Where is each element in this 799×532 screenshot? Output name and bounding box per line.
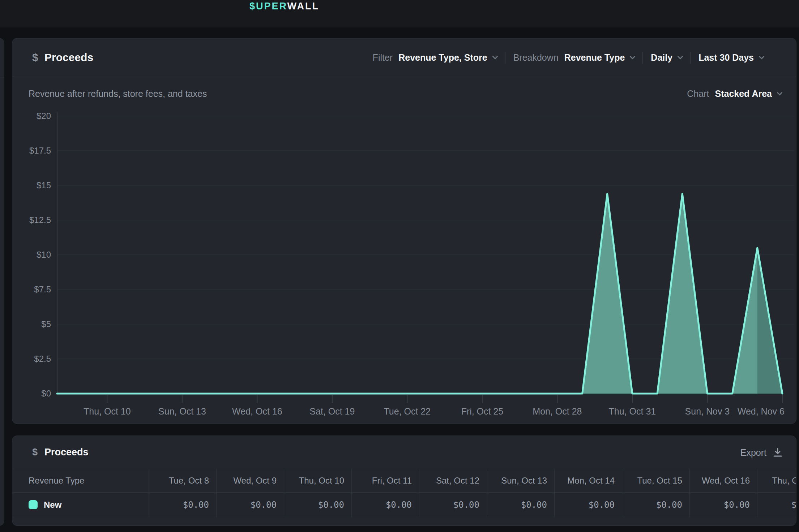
y-axis-tick-label: $2.5 — [34, 354, 51, 364]
filter-value: Revenue Type, Store — [398, 52, 487, 63]
chart-type-value: Stacked Area — [715, 89, 772, 99]
row-label: New — [44, 500, 61, 510]
proceeds-table: Revenue Type Tue, Oct 8Wed, Oct 9Thu, Oc… — [12, 469, 796, 517]
y-axis-tick-label: $10 — [37, 250, 51, 259]
value-cell: $0.00 — [689, 493, 757, 517]
value-cell: $0.00 — [216, 493, 284, 517]
chart-type-label: Chart — [687, 89, 709, 99]
logo-accent-part: $UPER — [249, 1, 287, 12]
x-axis-tick-label: Sun, Nov 3 — [685, 406, 730, 416]
chart-card-title: Proceeds — [44, 51, 93, 64]
divider — [642, 52, 643, 64]
breakdown-label: Breakdown — [513, 52, 559, 63]
y-axis-tick-label: $12.5 — [29, 215, 51, 225]
date-range-value: Last 30 Days — [698, 52, 754, 63]
value-cell: $0.00 — [757, 493, 796, 517]
table-header-row: Revenue Type Tue, Oct 8Wed, Oct 9Thu, Oc… — [12, 469, 796, 493]
value-cell: $0.00 — [351, 493, 419, 517]
x-axis-tick-label: Mon, Oct 28 — [533, 406, 582, 416]
revenue-type-column-header[interactable]: Revenue Type — [12, 469, 149, 492]
granularity-value: Daily — [651, 52, 672, 63]
chart-card-header: $ Proceeds Filter Revenue Type, Store Br… — [12, 38, 796, 77]
y-axis-tick-label: $15 — [37, 180, 51, 190]
date-column-header[interactable]: Tue, Oct 8 — [149, 469, 216, 492]
date-column-header[interactable]: Thu, Oct 10 — [284, 469, 351, 492]
dollar-icon: $ — [32, 447, 44, 458]
y-axis-tick-label: $5 — [41, 319, 51, 329]
x-axis-tick-label: Sat, Oct 19 — [309, 406, 355, 416]
y-axis-tick-label: $7.5 — [34, 284, 51, 294]
granularity-dropdown[interactable]: Daily — [651, 52, 682, 63]
superwall-logo[interactable]: $UPERWALL — [249, 1, 319, 12]
export-label: Export — [740, 447, 766, 458]
x-axis-tick-label: Wed, Nov 6 — [738, 406, 785, 416]
x-axis-tick-label: Sun, Oct 13 — [158, 406, 206, 416]
chart-subtitle-row: Revenue after refunds, store fees, and t… — [12, 77, 796, 108]
top-header-bar: $UPERWALL — [0, 0, 799, 27]
chart-subtitle: Revenue after refunds, store fees, and t… — [29, 89, 207, 99]
y-axis-tick-label: $20 — [37, 111, 51, 121]
value-cell: $0.00 — [149, 493, 216, 517]
x-axis-tick-label: Thu, Oct 31 — [609, 406, 656, 416]
date-column-header[interactable]: Sat, Oct 12 — [419, 469, 487, 492]
value-cell: $0.00 — [554, 493, 622, 517]
chevron-down-icon — [492, 54, 498, 60]
date-column-header[interactable]: Sun, Oct 13 — [487, 469, 554, 492]
chevron-down-icon — [759, 54, 765, 60]
proceeds-chart-card: $ Proceeds Filter Revenue Type, Store Br… — [12, 38, 796, 424]
x-axis-tick-label: Wed, Oct 16 — [232, 406, 282, 416]
series-color-swatch — [29, 500, 38, 509]
date-column-header[interactable]: Wed, Oct 9 — [216, 469, 284, 492]
proceeds-table-card: $ Proceeds Export Revenue Type Tue, Oct … — [12, 436, 796, 526]
date-column-header[interactable]: Wed, Oct 16 — [689, 469, 757, 492]
table-row[interactable]: New $0.00$0.00$0.00$0.00$0.00$0.00$0.00$… — [12, 493, 796, 517]
filter-dropdown[interactable]: Filter Revenue Type, Store — [373, 52, 497, 63]
breakdown-dropdown[interactable]: Breakdown Revenue Type — [513, 52, 635, 63]
chart-filter-bar: Filter Revenue Type, Store Breakdown Rev… — [373, 38, 764, 77]
table-card-title: Proceeds — [44, 447, 89, 458]
date-column-header[interactable]: Tue, Oct 15 — [622, 469, 689, 492]
y-axis-tick-label: $17.5 — [29, 146, 51, 155]
date-range-dropdown[interactable]: Last 30 Days — [698, 52, 764, 63]
offscreen-card-divider — [0, 77, 4, 77]
date-column-header[interactable]: Thu, Oct 17 — [757, 469, 796, 492]
table-card-header: $ Proceeds Export — [12, 436, 796, 469]
row-label-cell: New — [12, 493, 149, 517]
breakdown-value: Revenue Type — [564, 52, 625, 63]
offscreen-card-edge — [0, 38, 4, 526]
date-column-header[interactable]: Mon, Oct 14 — [554, 469, 622, 492]
download-icon — [773, 447, 782, 458]
chevron-down-icon — [777, 90, 783, 96]
y-axis-tick-label: $0 — [41, 389, 51, 398]
area-fill — [57, 194, 782, 394]
export-button[interactable]: Export — [740, 436, 782, 469]
proceeds-stacked-area-chart[interactable]: $20$17.5$15$12.5$10$7.5$5$2.5$0Thu, Oct … — [17, 109, 796, 420]
chart-type-dropdown[interactable]: Chart Stacked Area — [687, 89, 782, 99]
value-cell: $0.00 — [284, 493, 351, 517]
value-cell: $0.00 — [487, 493, 554, 517]
divider — [505, 52, 505, 64]
value-cell: $0.00 — [419, 493, 487, 517]
x-axis-tick-label: Fri, Oct 25 — [461, 406, 504, 416]
chevron-down-icon — [630, 54, 636, 60]
date-column-header[interactable]: Fri, Oct 11 — [351, 469, 419, 492]
value-cell: $0.00 — [622, 493, 689, 517]
chevron-down-icon — [678, 54, 683, 60]
logo-rest-part: WALL — [287, 1, 319, 12]
x-axis-tick-label: Tue, Oct 22 — [384, 406, 431, 416]
x-axis-tick-label: Thu, Oct 10 — [84, 406, 131, 416]
dollar-icon: $ — [32, 51, 44, 64]
filter-label: Filter — [373, 52, 393, 63]
divider — [690, 52, 691, 64]
